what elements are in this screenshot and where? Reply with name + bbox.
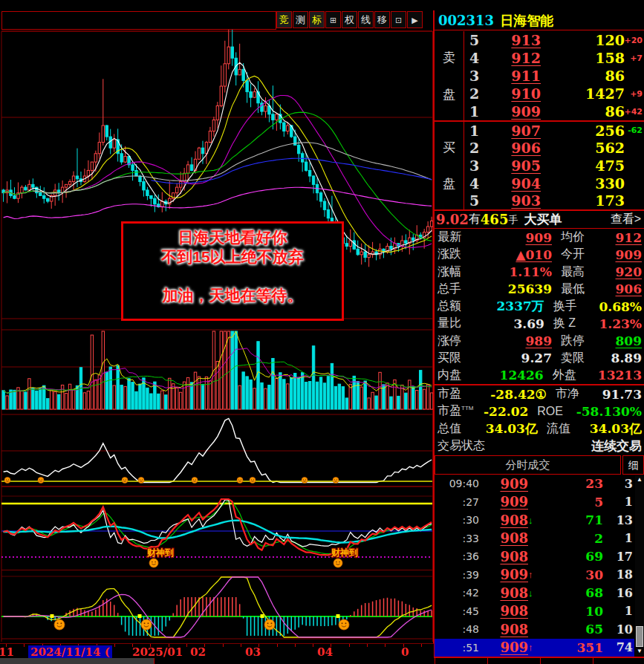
level-price: 903 [487, 192, 541, 209]
stat-label: 外盘 [544, 368, 598, 383]
axis-tick [114, 644, 115, 647]
tape-count: 10 [603, 622, 634, 637]
scroll-up-icon[interactable]: ▲ [635, 475, 644, 484]
time-sales-row[interactable]: :39909↑3018 [435, 566, 634, 585]
stat-label: 总额 [435, 299, 487, 314]
level-price: 910 [487, 85, 541, 102]
stat-value: 34.03亿 [484, 420, 538, 437]
stat-value: 连续交易 [591, 437, 644, 455]
order-book-row[interactable]: 3905475 [465, 157, 644, 175]
order-book-row[interactable]: 1907256-62 [465, 122, 644, 140]
tape-scrollbar[interactable]: ▲ ▼ [635, 475, 644, 656]
grid-icon[interactable]: ⊞ [325, 11, 341, 28]
toolbar-empty-field [1, 11, 276, 30]
level-volume: 1427 [541, 85, 644, 102]
annotation-line [123, 267, 342, 286]
tape-header: 分时成交 [435, 455, 621, 475]
time-sales-row[interactable]: :45908101 [435, 602, 634, 621]
bottom-strip [0, 658, 644, 664]
level-delta: +7 [630, 53, 643, 63]
stat-value: 0.68% [599, 299, 644, 314]
btn-rights[interactable]: 权 [342, 11, 357, 28]
time-sales-row[interactable]: :30908↓7113 [435, 511, 634, 530]
tape-volume: 69 [539, 549, 603, 564]
tape-count: 1 [603, 531, 634, 545]
view-link[interactable]: 查看> [611, 212, 641, 227]
stock-title: 002313日海智能 [438, 12, 553, 30]
order-book-row[interactable]: 5903173 [465, 192, 644, 209]
time-sales-row[interactable]: :42908↓6816 [435, 584, 634, 602]
level-number: 4 [465, 175, 487, 192]
scroll-thumb[interactable] [636, 626, 643, 647]
order-book-row[interactable]: 4912158+7 [465, 49, 644, 67]
axis-tick [349, 644, 350, 647]
stock-code: 002313 [438, 13, 494, 28]
window-icon[interactable]: ⊡ [391, 11, 406, 28]
stat-value: 920 [610, 264, 644, 279]
order-book-row[interactable]: 4904330 [465, 175, 644, 192]
stats-panel: 最新909均价912涨跌▲010今开909涨幅1.11%最高920总手25639… [435, 229, 644, 455]
btn-lines[interactable]: 线 [358, 11, 374, 28]
big-buy-order-bar: 9.02 有 465 手 大买单 查看> [435, 211, 644, 230]
tape-price: 908 [479, 603, 528, 619]
play-icon[interactable]: ▶ [407, 11, 423, 28]
date-axis: 112024/11/14 (2025/010203040 [0, 643, 434, 659]
kline-chart-svg[interactable]: 财神到财神到 [0, 0, 434, 643]
sell-order-book: 卖盘 5913120+204912158+739118629101427+919… [435, 31, 644, 122]
level-price: 906 [487, 140, 541, 156]
btn-move[interactable]: 移 [374, 11, 390, 28]
order-book-row[interactable]: 5913120+20 [465, 31, 644, 49]
stats-row: 最新909均价912 [435, 229, 644, 246]
axis-label: 04 [317, 645, 333, 659]
tape-detail-button[interactable]: 细 [622, 455, 644, 475]
stat-value: 91.73 [602, 387, 644, 402]
bottom-strip-cell [487, 658, 540, 664]
level-delta: +20 [624, 36, 643, 45]
axis-label: 0 [401, 645, 409, 659]
axis-label: 11 [0, 645, 14, 659]
axis-tick [186, 644, 187, 647]
level-number: 1 [465, 103, 487, 120]
btn-measure[interactable]: 测 [293, 11, 308, 28]
stat-value: 989 [491, 333, 552, 348]
tape-volume: 68 [539, 585, 603, 600]
time-sales-row[interactable]: :51909↑35174 [435, 639, 634, 657]
tape-count: 1 [603, 495, 634, 509]
order-book-row[interactable]: 2906562 [465, 140, 644, 157]
level-number: 3 [465, 157, 487, 174]
stat-label: 市盈 [435, 386, 489, 402]
chart-annotation-box[interactable]: 日海天地看好你不到15以上绝不放弃 加油，天地在等待。 [121, 221, 344, 321]
time-sales-row[interactable]: :3390821 [435, 530, 634, 548]
btn-mark[interactable]: 标 [309, 11, 325, 28]
stats-row: 总值34.03亿流值34.03亿 [435, 420, 644, 437]
kline-chart-area[interactable]: 财神到财神到 日海天地看好你不到15以上绝不放弃 加油，天地在等待。 [0, 0, 434, 643]
tape-time: :42 [435, 587, 479, 599]
stat-value: 909 [491, 230, 552, 245]
level-price: 907 [487, 123, 541, 139]
level-number: 5 [465, 192, 487, 209]
time-sales-row[interactable]: 09:40909233 [435, 475, 634, 493]
order-book-row[interactable]: 391186 [465, 67, 644, 85]
bottom-strip-segment [155, 658, 435, 664]
order-book-row[interactable]: 190986+42 [465, 102, 644, 120]
scroll-down-icon[interactable]: ▼ [635, 647, 644, 656]
time-sales-row[interactable]: :2790951 [435, 493, 634, 512]
tape-volume: 2 [539, 531, 603, 546]
order-book-row[interactable]: 29101427+9 [465, 85, 644, 102]
annotation-line: 日海天地看好你 [123, 228, 342, 247]
stat-value: 3.69 [487, 316, 544, 331]
time-sales-row[interactable]: :489086510 [435, 620, 634, 639]
axis-tick [277, 644, 278, 647]
bottom-strip-cell [593, 658, 644, 664]
stat-label: 跌停 [552, 333, 610, 349]
axis-tick [241, 644, 241, 647]
stat-label: 总值 [435, 421, 484, 437]
axis-tick [385, 644, 386, 647]
tape-price: 909 [479, 476, 528, 492]
time-sales-row[interactable]: :369086917 [435, 547, 634, 566]
tape-time: :51 [435, 642, 479, 654]
tape-count: 17 [603, 550, 634, 564]
stat-value: -22.02 [480, 404, 528, 419]
tape-time: :48 [435, 623, 479, 635]
btn-auction[interactable]: 竞 [276, 11, 292, 28]
